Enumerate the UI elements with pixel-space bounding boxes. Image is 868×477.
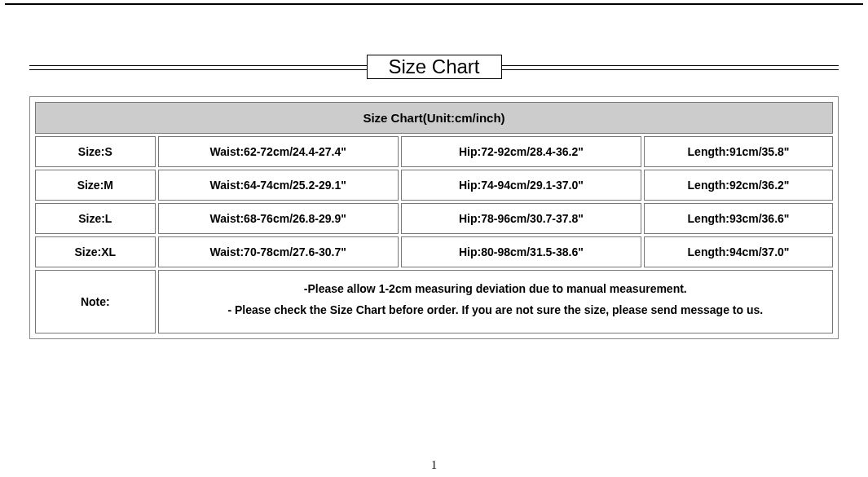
cell-size: Size:S bbox=[35, 136, 156, 167]
title-area: Size Chart bbox=[29, 54, 839, 80]
cell-size: Size:L bbox=[35, 203, 156, 234]
page-top-rule bbox=[5, 3, 863, 5]
size-chart-table: Size Chart(Unit:cm/inch) Size:S Waist:62… bbox=[33, 99, 835, 336]
table-header-row: Size Chart(Unit:cm/inch) bbox=[35, 102, 833, 134]
cell-hip: Hip:72-92cm/28.4-36.2" bbox=[401, 136, 641, 167]
cell-length: Length:92cm/36.2" bbox=[644, 170, 833, 201]
cell-size: Size:M bbox=[35, 170, 156, 201]
cell-hip: Hip:74-94cm/29.1-37.0" bbox=[401, 170, 641, 201]
cell-waist: Waist:70-78cm/27.6-30.7" bbox=[158, 236, 399, 267]
table-header: Size Chart(Unit:cm/inch) bbox=[35, 102, 833, 134]
cell-waist: Waist:64-74cm/25.2-29.1" bbox=[158, 170, 399, 201]
note-text: -Please allow 1-2cm measuring deviation … bbox=[158, 270, 833, 333]
cell-length: Length:93cm/36.6" bbox=[644, 203, 833, 234]
cell-hip: Hip:80-98cm/31.5-38.6" bbox=[401, 236, 641, 267]
table-row: Size:M Waist:64-74cm/25.2-29.1" Hip:74-9… bbox=[35, 170, 833, 201]
cell-length: Length:94cm/37.0" bbox=[644, 236, 833, 267]
table-row: Size:XL Waist:70-78cm/27.6-30.7" Hip:80-… bbox=[35, 236, 833, 267]
cell-waist: Waist:68-76cm/26.8-29.9" bbox=[158, 203, 399, 234]
table-row-note: Note: -Please allow 1-2cm measuring devi… bbox=[35, 270, 833, 333]
cell-size: Size:XL bbox=[35, 236, 156, 267]
cell-waist: Waist:62-72cm/24.4-27.4" bbox=[158, 136, 399, 167]
cell-hip: Hip:78-96cm/30.7-37.8" bbox=[401, 203, 641, 234]
page-title: Size Chart bbox=[366, 55, 501, 79]
cell-length: Length:91cm/35.8" bbox=[644, 136, 833, 167]
note-label: Note: bbox=[35, 270, 156, 333]
page-number: 1 bbox=[0, 459, 868, 472]
note-line: -Please allow 1-2cm measuring deviation … bbox=[164, 282, 827, 295]
table-row: Size:L Waist:68-76cm/26.8-29.9" Hip:78-9… bbox=[35, 203, 833, 234]
size-chart-container: Size Chart(Unit:cm/inch) Size:S Waist:62… bbox=[29, 96, 839, 339]
table-row: Size:S Waist:62-72cm/24.4-27.4" Hip:72-9… bbox=[35, 136, 833, 167]
note-line: - Please check the Size Chart before ord… bbox=[164, 303, 827, 316]
